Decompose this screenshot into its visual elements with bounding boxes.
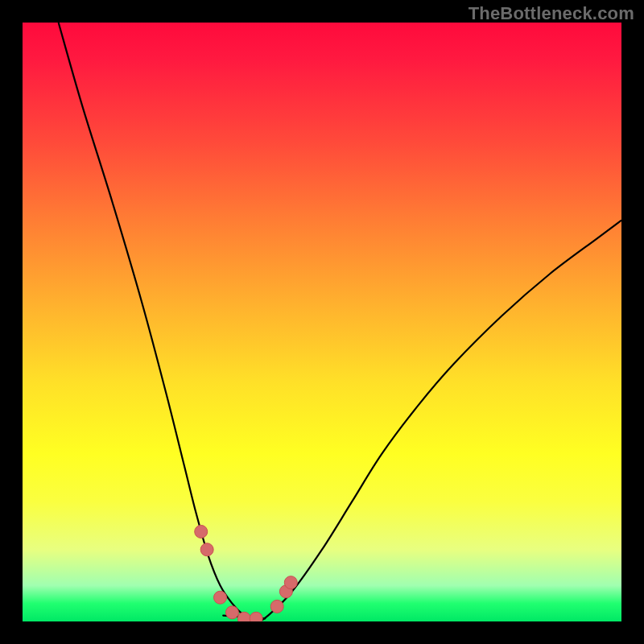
watermark-text: TheBottleneck.com [469, 3, 634, 24]
plot-area [23, 23, 621, 621]
chart-frame: TheBottleneck.com [0, 0, 644, 644]
